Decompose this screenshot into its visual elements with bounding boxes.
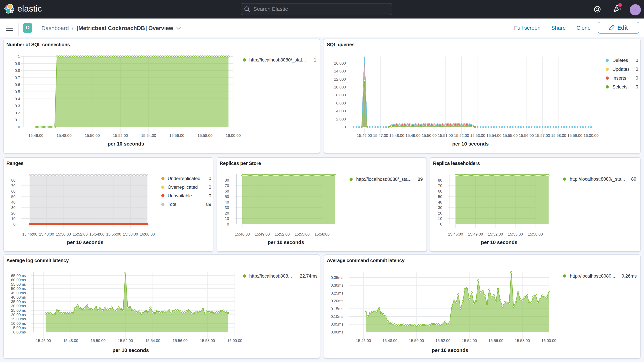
svg-text:per 10 seconds: per 10 seconds (112, 347, 149, 353)
svg-text:per 10 seconds: per 10 seconds (108, 141, 144, 146)
svg-text:http://localhost:8080/_sta...: http://localhost:8080/_sta... (570, 176, 625, 182)
svg-text:15:48:00: 15:48:00 (39, 232, 54, 236)
svg-text:60: 60 (438, 189, 442, 193)
svg-text:0.05ms: 0.05ms (331, 322, 344, 326)
svg-text:70: 70 (438, 184, 442, 188)
svg-text:16:00:00: 16:00:00 (584, 133, 599, 138)
svg-text:15:58:00: 15:58:00 (515, 338, 530, 343)
svg-text:50: 50 (11, 194, 16, 199)
svg-text:15:57:00: 15:57:00 (535, 133, 550, 138)
svg-text:Underreplicated: Underreplicated (168, 176, 200, 181)
svg-text:2,000: 2,000 (336, 117, 346, 121)
svg-text:15:48:00: 15:48:00 (382, 338, 398, 343)
svg-text:15:55:00: 15:55:00 (294, 232, 310, 236)
svg-text:30.00ms: 30.00ms (11, 304, 26, 308)
svg-text:8,000: 8,000 (336, 93, 346, 97)
svg-text:10: 10 (225, 216, 229, 221)
svg-text:15:58:00: 15:58:00 (123, 232, 138, 236)
svg-text:per 10 seconds: per 10 seconds (268, 240, 304, 245)
svg-text:80: 80 (225, 178, 229, 182)
svg-text:0: 0 (636, 66, 638, 72)
svg-text:50: 50 (225, 194, 229, 199)
svg-text:15:48:00: 15:48:00 (389, 133, 404, 138)
svg-text:15:54:00: 15:54:00 (462, 338, 477, 343)
svg-text:Selects: Selects (612, 84, 628, 89)
svg-text:0.10ms: 0.10ms (331, 314, 344, 319)
svg-text:0: 0 (209, 193, 211, 198)
svg-text:0.3: 0.3 (15, 104, 20, 108)
svg-text:15:50:00: 15:50:00 (422, 133, 437, 138)
svg-text:Updates: Updates (612, 66, 630, 72)
svg-text:0.1: 0.1 (15, 118, 20, 122)
svg-text:0.7: 0.7 (15, 75, 20, 80)
svg-text:15:46:00: 15:46:00 (448, 232, 463, 236)
svg-text:Deletes: Deletes (612, 58, 628, 63)
svg-text:16:00:00: 16:00:00 (227, 338, 242, 343)
svg-text:15:46:00: 15:46:00 (235, 232, 250, 236)
svg-text:1: 1 (314, 57, 316, 62)
svg-text:0.25ms: 0.25ms (331, 291, 344, 295)
svg-text:0: 0 (209, 184, 211, 190)
svg-text:15:46:00: 15:46:00 (356, 338, 371, 343)
svg-text:15:50:00: 15:50:00 (85, 133, 100, 138)
svg-text:65.00ms: 65.00ms (11, 274, 26, 278)
svg-text:15:52:00: 15:52:00 (488, 232, 503, 236)
svg-text:10,000: 10,000 (334, 85, 346, 89)
svg-text:15:46:00: 15:46:00 (36, 338, 51, 343)
svg-text:15:49:00: 15:49:00 (406, 133, 420, 138)
svg-text:0.26ms: 0.26ms (622, 273, 637, 278)
svg-text:15:58:00: 15:58:00 (198, 133, 212, 138)
svg-text:0: 0 (209, 176, 211, 181)
svg-text:0.5: 0.5 (15, 90, 20, 94)
svg-text:15:53:00: 15:53:00 (470, 133, 485, 138)
svg-text:0.15ms: 0.15ms (331, 307, 344, 311)
svg-text:15:55:00: 15:55:00 (503, 133, 518, 138)
svg-text:10: 10 (11, 216, 16, 221)
svg-text:15:58:00: 15:58:00 (314, 232, 330, 236)
svg-text:14,000: 14,000 (334, 69, 346, 73)
svg-text:16:00:00: 16:00:00 (226, 133, 241, 138)
svg-text:60: 60 (225, 189, 229, 193)
svg-text:0: 0 (636, 84, 638, 89)
svg-text:40.00ms: 40.00ms (11, 295, 26, 299)
svg-text:15:59:00: 15:59:00 (568, 133, 582, 138)
svg-text:15:52:00: 15:52:00 (274, 232, 290, 236)
svg-text:40: 40 (11, 200, 16, 204)
svg-text:12,000: 12,000 (334, 77, 346, 81)
svg-text:0.00ms: 0.00ms (331, 330, 344, 334)
svg-text:per 10 seconds: per 10 seconds (67, 240, 103, 245)
svg-text:40: 40 (438, 200, 442, 204)
svg-text:20: 20 (438, 211, 442, 215)
svg-text:15:58:00: 15:58:00 (200, 338, 215, 343)
svg-text:45.00ms: 45.00ms (11, 291, 26, 295)
svg-text:70: 70 (225, 184, 229, 188)
svg-text:20.00ms: 20.00ms (11, 313, 26, 317)
svg-text:15:48:00: 15:48:00 (63, 338, 78, 343)
svg-text:25.00ms: 25.00ms (11, 308, 26, 312)
svg-text:15:52:00: 15:52:00 (118, 338, 133, 343)
svg-text:15:56:00: 15:56:00 (169, 133, 184, 138)
svg-text:0.4: 0.4 (15, 96, 20, 101)
svg-text:Overreplicated: Overreplicated (168, 184, 198, 190)
svg-text:35.00ms: 35.00ms (11, 300, 26, 304)
svg-text:15:54:00: 15:54:00 (486, 133, 502, 138)
svg-text:0.30ms: 0.30ms (331, 283, 344, 288)
svg-text:per 10 seconds: per 10 seconds (432, 347, 468, 353)
svg-text:50.00ms: 50.00ms (11, 286, 26, 291)
svg-text:15:50:00: 15:50:00 (90, 338, 106, 343)
svg-text:60.00ms: 60.00ms (11, 278, 26, 282)
svg-text:http://localhost:808...: http://localhost:808... (249, 273, 292, 278)
svg-text:15:52:00: 15:52:00 (113, 133, 128, 138)
svg-text:40: 40 (225, 200, 229, 204)
svg-text:Unavailable: Unavailable (168, 193, 192, 198)
svg-text:16,000: 16,000 (334, 61, 346, 65)
svg-text:70: 70 (11, 184, 16, 188)
svg-text:15:56:00: 15:56:00 (488, 338, 504, 343)
svg-text:16:00:00: 16:00:00 (140, 232, 155, 236)
svg-text:0: 0 (13, 222, 16, 226)
svg-text:10.00ms: 10.00ms (11, 321, 26, 326)
svg-text:30: 30 (225, 206, 229, 210)
svg-text:15:55:00: 15:55:00 (508, 232, 523, 236)
svg-text:22.74ms: 22.74ms (300, 273, 318, 278)
svg-text:0.2: 0.2 (15, 111, 20, 115)
